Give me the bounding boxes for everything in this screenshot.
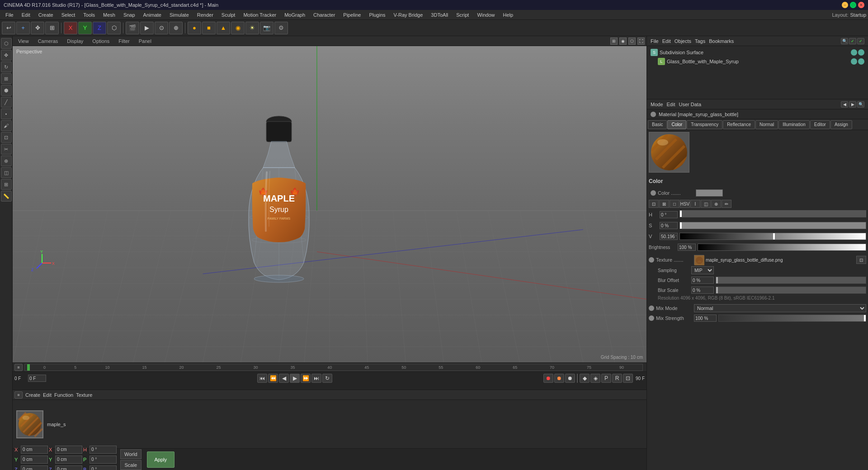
obj-item-subdiv[interactable]: S Subdivision Surface: [649, 48, 866, 57]
lt-magnet-btn[interactable]: ⊕: [1, 155, 12, 166]
subdiv-vis-dot[interactable]: [851, 49, 857, 56]
mat-tab-create[interactable]: Create: [25, 392, 40, 398]
x-axis-btn[interactable]: X: [64, 22, 77, 34]
blur-offset-input[interactable]: [691, 277, 714, 284]
brightness-handle[interactable]: [864, 244, 866, 250]
world-btn[interactable]: World: [120, 449, 142, 459]
menu-file[interactable]: File: [2, 11, 17, 19]
blur-offset-handle[interactable]: [716, 277, 718, 283]
texture-enable-dot[interactable]: [649, 257, 654, 263]
tab-transparency[interactable]: Transparency: [687, 120, 722, 129]
color-tool-7[interactable]: ⊕: [711, 200, 721, 208]
obj-header-bookmarks[interactable]: Bookmarks: [709, 38, 734, 44]
render-preview-btn[interactable]: 🎬: [126, 22, 139, 34]
frame-input[interactable]: [28, 375, 46, 382]
cube-btn[interactable]: ■: [202, 22, 216, 34]
sat-input[interactable]: [660, 222, 678, 229]
next-frame-btn[interactable]: ⏩: [301, 374, 311, 383]
close-button[interactable]: ✕: [858, 2, 864, 8]
vp-tab-display[interactable]: Display: [63, 38, 87, 45]
h-rot-input[interactable]: [90, 446, 117, 454]
material-thumbnail[interactable]: [16, 410, 43, 438]
scale-mode-btn[interactable]: Scale: [120, 460, 142, 470]
mat-menu-btn[interactable]: ≡: [14, 391, 23, 399]
lt-move-btn[interactable]: ✥: [1, 50, 12, 61]
mat-tab-edit[interactable]: Edit: [43, 392, 52, 398]
render-btn[interactable]: ▶: [140, 22, 154, 34]
menu-mesh[interactable]: Mesh: [99, 11, 119, 19]
y-pos-input[interactable]: [21, 456, 48, 464]
vp-fullscreen-btn[interactable]: ⛶: [637, 38, 645, 45]
menu-snap[interactable]: Snap: [120, 11, 139, 19]
blur-scale-handle[interactable]: [716, 287, 718, 293]
timeline-bar[interactable]: 0 5 10 15 20 25 30 35 40 45 50 55 60 65 …: [24, 364, 643, 371]
attr-header-userdata[interactable]: User Data: [679, 102, 702, 107]
menu-help[interactable]: Help: [500, 11, 517, 19]
lt-snap-btn[interactable]: ⊞: [1, 179, 12, 190]
subdiv-render-dot[interactable]: [858, 49, 864, 56]
obj-header-tags[interactable]: Tags: [695, 38, 705, 44]
key-pos-btn[interactable]: P: [601, 374, 611, 383]
obj-header-file[interactable]: File: [651, 38, 659, 44]
tab-editor[interactable]: Editor: [810, 120, 830, 129]
vp-corner-btn-1[interactable]: ⊞: [610, 38, 618, 45]
go-start-btn[interactable]: ⏮: [257, 374, 267, 383]
sat-handle[interactable]: [680, 222, 682, 229]
lt-select-btn[interactable]: ⬡: [1, 38, 12, 49]
menu-pipeline[interactable]: Pipeline: [340, 11, 364, 19]
obj-header-objects[interactable]: Objects: [675, 38, 691, 44]
minimize-button[interactable]: −: [842, 2, 848, 8]
sat-bar[interactable]: [679, 222, 866, 229]
obj-vis-check-btn[interactable]: ✓: [857, 38, 864, 44]
bottle-vis-dot[interactable]: [851, 58, 857, 65]
prev-frame-btn[interactable]: ⏪: [268, 374, 278, 383]
z-pos-input[interactable]: [21, 465, 48, 470]
bottle-render-dot[interactable]: [858, 58, 864, 65]
lt-scale-btn[interactable]: ⊞: [1, 73, 12, 84]
color-tool-3[interactable]: □: [670, 200, 679, 208]
apply-button[interactable]: Apply: [147, 451, 175, 468]
tab-normal[interactable]: Normal: [755, 120, 778, 129]
brightness-bar[interactable]: [698, 244, 866, 251]
mat-tab-texture[interactable]: Texture: [76, 392, 92, 398]
lt-poly-btn[interactable]: ⬢: [1, 85, 12, 96]
menu-vray[interactable]: V-Ray Bridge: [390, 11, 427, 19]
p-rot-input[interactable]: [90, 456, 117, 464]
vp-tab-options[interactable]: Options: [89, 38, 113, 45]
maximize-button[interactable]: □: [850, 2, 856, 8]
key-timeline-btn[interactable]: ⊡: [623, 374, 633, 383]
menu-render[interactable]: Render: [193, 11, 217, 19]
menu-script[interactable]: Script: [453, 11, 472, 19]
gear-btn[interactable]: ⚙: [274, 22, 288, 34]
cone-btn[interactable]: ▲: [217, 22, 230, 34]
auto-key-btn[interactable]: ⏺: [565, 374, 575, 383]
vp-tab-filter[interactable]: Filter: [115, 38, 133, 45]
color-tool-2[interactable]: ⊠: [659, 200, 669, 208]
key-rot-btn[interactable]: R: [612, 374, 622, 383]
x-pos-input[interactable]: [21, 446, 48, 454]
blur-scale-input[interactable]: [691, 287, 714, 294]
lt-tweak-btn[interactable]: ⊡: [1, 132, 12, 143]
menu-sculpt[interactable]: Sculpt: [218, 11, 239, 19]
attr-search-btn[interactable]: 🔍: [857, 101, 864, 108]
tab-illumination[interactable]: Illumination: [778, 120, 810, 129]
color-tool-6[interactable]: ◫: [701, 200, 711, 208]
lt-knife-btn[interactable]: ✂: [1, 144, 12, 155]
obj-search-btn[interactable]: 🔍: [841, 38, 848, 44]
timeline-menu-btn[interactable]: ≡: [14, 364, 23, 371]
menu-select[interactable]: Select: [58, 11, 79, 19]
scale-button[interactable]: ⊞: [45, 22, 59, 34]
go-end-btn[interactable]: ⏭: [311, 374, 321, 383]
b-rot-input[interactable]: [90, 465, 117, 470]
attr-header-mode[interactable]: Mode: [651, 102, 663, 107]
menu-edit[interactable]: Edit: [18, 11, 34, 19]
color-tool-1[interactable]: ⊡: [649, 200, 659, 208]
undo-button[interactable]: ↩: [2, 22, 15, 34]
menu-character[interactable]: Character: [310, 11, 339, 19]
mix-mode-select[interactable]: Normal Multiply Add Screen: [694, 304, 866, 312]
menu-tools[interactable]: Tools: [80, 11, 99, 19]
vp-corner-btn-3[interactable]: ⬡: [628, 38, 636, 45]
torus-btn[interactable]: ◉: [231, 22, 245, 34]
color-swatch[interactable]: [696, 189, 723, 197]
val-bar[interactable]: [679, 233, 866, 240]
